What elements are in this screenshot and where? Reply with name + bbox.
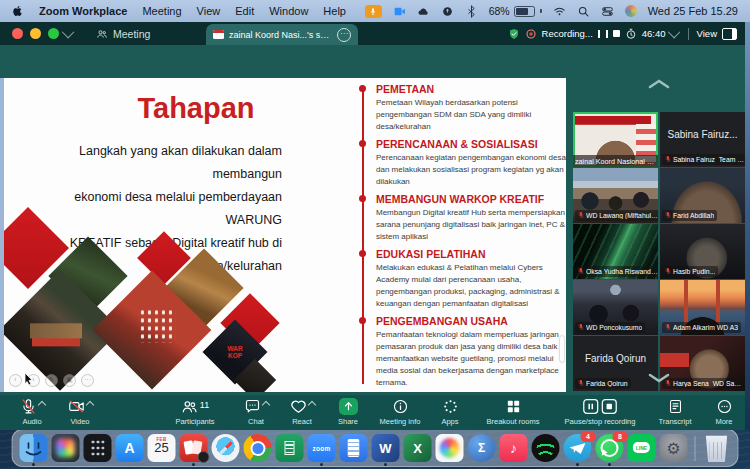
panel-scroll-chevron-icon[interactable] [647,373,671,383]
slides-overview-icon[interactable]: ▣ [63,374,76,387]
dock-zoom-icon[interactable]: zoom [308,434,336,462]
participants-button[interactable]: 11Participants [164,398,226,426]
participant-tile[interactable]: WD Poncokusumo [573,280,658,335]
control-center-icon[interactable] [601,5,614,18]
dock-launchpad-icon[interactable] [52,434,80,462]
slide-scrollbar-thumb[interactable] [560,336,564,362]
audio-label: Audio [22,417,41,426]
menubar-item-view[interactable]: View [197,5,221,17]
encryption-shield-icon[interactable] [508,28,520,40]
participant-name-label: WD Lawang (Miftahul,... [575,210,658,221]
participant-tile[interactable]: Hasib Pudin... [660,224,745,279]
participant-name: Hasib Pudin... [673,268,715,275]
breakout-label: Breakout rooms [487,417,540,426]
dock-excel-icon[interactable]: X [404,434,432,462]
menubar-app-icon[interactable] [625,5,637,17]
tabs-dropdown-icon[interactable] [62,26,75,39]
transcript-button[interactable]: Transcript [650,398,700,426]
apps-button[interactable]: Apps [430,398,470,426]
dock-word-icon[interactable]: W [372,434,400,462]
chevron-up-icon[interactable] [37,401,45,409]
dock-photos-icon[interactable] [436,434,464,462]
mic-in-use-icon[interactable] [365,5,382,18]
sync-status-icon[interactable] [441,5,454,18]
participant-tile[interactable]: WD Lawang (Miftahul,... [573,168,658,223]
slide-item-heading: EDUKASI PELATIHAN [376,248,566,260]
fullscreen-window-button[interactable] [48,28,59,39]
dock-spotify-icon[interactable] [532,434,560,462]
wifi-icon[interactable] [553,5,566,18]
chevron-up-icon[interactable] [261,401,269,409]
dock-keypad-icon[interactable] [84,434,112,462]
bluetooth-icon[interactable] [465,5,478,18]
participant-tile[interactable]: Farida QoirunFarida Qoirun [573,336,658,391]
tab-shared-screen-label: zainal Koord Nasi...'s screen [229,30,332,40]
chat-button[interactable]: Chat [236,398,276,426]
dock-trash-icon[interactable] [703,434,731,462]
participants-label: Participants [175,417,214,426]
mic-icon [20,398,37,415]
dock-calendar-icon[interactable]: FEB25 [148,434,176,462]
participant-name-label: Hasib Pudin... [662,266,718,277]
tab-meeting[interactable]: Meeting [96,28,150,40]
share-button[interactable]: Share [328,398,368,426]
chevron-up-icon[interactable] [85,401,93,409]
dock-safari-icon[interactable] [212,434,240,462]
camera-in-use-icon[interactable] [393,5,406,18]
more-button[interactable]: More [704,398,744,426]
dock-telegram-icon[interactable]: 4 [564,434,592,462]
menubar-item-edit[interactable]: Edit [235,5,254,17]
participant-name: Oksa Yudha Riswandha [586,268,658,275]
tab-options-icon[interactable]: ⋯ [337,28,351,42]
participant-tile[interactable]: Farid Abdillah [660,168,745,223]
menubar-item-zoom-workplace[interactable]: Zoom Workplace [39,5,127,17]
dock-line-icon[interactable]: LINE [628,434,656,462]
menubar-item-meeting[interactable]: Meeting [142,5,181,17]
panel-collapse-chevron-icon[interactable] [647,79,671,89]
close-window-button[interactable] [12,28,23,39]
menubar-clock[interactable]: Wed 25 Feb 15.29 [648,5,738,17]
participants-panel: zainal Koord Nasional WDSabina Fairuz...… [573,45,745,395]
dock-chrome-icon[interactable] [244,434,272,462]
record-button[interactable]: Pause/stop recording [554,398,646,426]
dock-cards-icon[interactable] [180,434,208,462]
minimize-window-button[interactable] [30,28,41,39]
apps-icon [442,398,459,415]
prev-slide-icon[interactable]: ‹ [9,374,22,387]
spotlight-search-icon[interactable] [577,5,590,18]
running-indicator-dot [32,463,35,466]
meeting-info-button[interactable]: Meeting info [374,398,426,426]
participant-tile[interactable]: zainal Koord Nasional WD [573,112,658,167]
battery-indicator[interactable]: 68% [489,5,542,17]
video-button[interactable]: Video [60,398,100,426]
view-layout-icon[interactable] [722,28,737,40]
dock-music-icon[interactable]: ♪ [500,434,528,462]
dock-math-icon[interactable]: Σ [468,434,496,462]
dock-settings-icon[interactable]: ⚙ [660,434,688,462]
view-button-label[interactable]: View [697,28,717,39]
tab-shared-screen[interactable]: zainal Koord Nasi...'s screen ⋯ [206,24,358,45]
participant-tile[interactable]: Adam Alkarim WD A3 [660,280,745,335]
participant-tile[interactable]: Harya Sena_WD Sawo... [660,336,745,391]
dock-docs-icon[interactable] [340,434,368,462]
meeting-content: Tahapan Langkah yang akan dilakukan dala… [0,45,745,395]
pause-recording-icon[interactable] [598,30,608,38]
audio-button[interactable]: Audio [12,398,52,426]
pen-tool-icon[interactable]: ✎ [45,374,58,387]
participant-tile[interactable]: Sabina Fairuz...Sabina Fairuz_Team L... [660,112,745,167]
dock-finder-icon[interactable] [20,434,48,462]
dock-app-store-icon[interactable]: A [116,434,144,462]
cloud-status-icon[interactable] [417,5,430,18]
timer-dropdown-icon[interactable] [667,26,680,39]
stop-recording-icon[interactable] [613,30,620,37]
dock-whatsapp-icon[interactable]: 8 [596,434,624,462]
more-controls-icon[interactable]: ⋯ [81,374,94,387]
breakout-button[interactable]: Breakout rooms [478,398,548,426]
menubar-item-help[interactable]: Help [323,5,346,17]
participant-tile[interactable]: Oksa Yudha Riswandha [573,224,658,279]
dock-sheets-icon[interactable] [276,434,304,462]
menubar-item-window[interactable]: Window [269,5,308,17]
apple-menu-icon[interactable] [12,4,24,18]
chevron-up-icon[interactable] [307,401,315,409]
react-button[interactable]: React [282,398,322,426]
